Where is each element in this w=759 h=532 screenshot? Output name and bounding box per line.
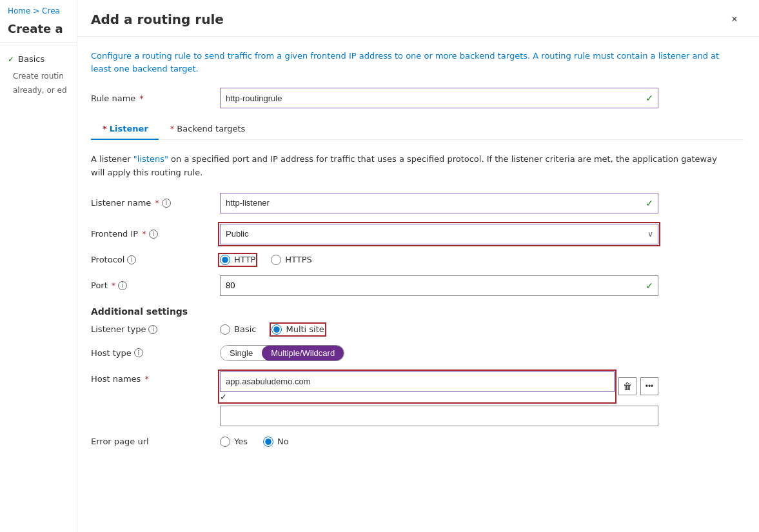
listener-type-radio-group: Basic Multi site <box>220 324 658 335</box>
listener-name-info-icon: i <box>162 199 171 208</box>
error-page-yes-label: Yes <box>234 437 248 446</box>
port-row: Port * i ✓ <box>91 275 744 296</box>
listener-type-label: Listener type i <box>91 324 220 334</box>
host-type-pill-group: Single Multiple/Wildcard <box>220 345 344 361</box>
error-page-yes-option[interactable]: Yes <box>220 437 248 447</box>
check-icon: ✓ <box>8 55 14 64</box>
frontend-ip-label: Frontend IP * i <box>91 229 220 239</box>
hostname-delete-button-1[interactable]: 🗑 <box>618 377 636 395</box>
delete-icon: 🗑 <box>623 381 632 391</box>
listener-type-basic-label: Basic <box>234 324 256 334</box>
listener-name-input-wrap: ✓ <box>220 193 658 213</box>
error-page-yes-radio[interactable] <box>220 437 230 447</box>
error-page-url-label: Error page url <box>91 437 220 446</box>
frontend-ip-control: Public Private ∨ <box>220 224 658 244</box>
protocol-row: Protocol i HTTP HTTPS <box>91 255 744 265</box>
port-input[interactable] <box>220 275 658 296</box>
protocol-http-radio[interactable] <box>220 255 230 265</box>
tab-backend-targets[interactable]: * Backend targets <box>159 119 256 140</box>
protocol-control: HTTP HTTPS <box>220 255 658 265</box>
listener-type-multisite-option[interactable]: Multi site <box>271 324 324 335</box>
hostname-input-1[interactable] <box>220 371 615 392</box>
host-type-info-icon: i <box>134 348 143 357</box>
sidebar-sub-1: Create routin <box>0 69 77 83</box>
host-names-row: Host names * ✓ 🗑 ••• <box>91 371 744 426</box>
modal-title: Add a routing rule <box>91 12 224 27</box>
protocol-http-label: HTTP <box>234 255 255 264</box>
rule-name-label: Rule name * <box>91 94 220 103</box>
host-type-multiple-button[interactable]: Multiple/Wildcard <box>262 346 344 360</box>
port-input-wrap: ✓ <box>220 275 658 296</box>
port-label: Port * i <box>91 281 220 290</box>
rule-name-check: ✓ <box>646 93 653 103</box>
listener-type-basic-option[interactable]: Basic <box>220 324 256 335</box>
listener-type-control: Basic Multi site <box>220 324 658 335</box>
frontend-ip-row: Frontend IP * i Public Private ∨ <box>91 224 744 244</box>
host-type-label: Host type i <box>91 348 220 358</box>
listener-type-multisite-radio[interactable] <box>271 324 282 335</box>
rule-name-row: Rule name * ✓ <box>91 88 744 108</box>
protocol-info-icon: i <box>127 255 136 264</box>
rule-name-control: ✓ <box>220 88 658 108</box>
sidebar: Home > Crea Create a ✓ Basics Create rou… <box>0 0 77 532</box>
port-control: ✓ <box>220 275 658 296</box>
listener-type-info-icon: i <box>148 325 157 334</box>
rule-name-input-wrap: ✓ <box>220 88 658 108</box>
host-type-control: Single Multiple/Wildcard <box>220 345 658 361</box>
modal-body: Configure a routing rule to send traffic… <box>77 37 759 532</box>
hostname-row-2 <box>220 406 658 426</box>
sidebar-title: Create a <box>0 19 77 42</box>
main-area: Add a routing rule × Configure a routing… <box>77 0 759 532</box>
hostname-more-button-1[interactable]: ••• <box>640 377 658 395</box>
port-check: ✓ <box>646 281 653 291</box>
hostname-input-wrap-2 <box>220 406 658 426</box>
protocol-https-option[interactable]: HTTPS <box>271 255 312 265</box>
host-type-row: Host type i Single Multiple/Wildcard <box>91 345 744 361</box>
host-type-single-button[interactable]: Single <box>221 346 262 360</box>
listener-type-basic-radio[interactable] <box>220 324 230 335</box>
listener-description: A listener "listens" on a specified port… <box>91 153 723 180</box>
hostname-row-1: ✓ 🗑 ••• <box>220 371 658 402</box>
frontend-ip-select[interactable]: Public Private <box>220 224 658 244</box>
sidebar-item-label-basics: Basics <box>18 54 44 64</box>
hostname-input-2[interactable] <box>220 406 658 426</box>
host-names-control: ✓ 🗑 ••• <box>220 371 658 426</box>
error-page-url-control: Yes No <box>220 437 658 447</box>
breadcrumb: Home > Crea <box>0 0 77 19</box>
rule-name-input[interactable] <box>220 88 658 108</box>
more-icon: ••• <box>646 382 654 391</box>
error-page-url-row: Error page url Yes No <box>91 437 744 447</box>
listener-type-row: Listener type i Basic Multi site <box>91 324 744 335</box>
listener-link: "listens" <box>133 154 168 164</box>
protocol-https-radio[interactable] <box>271 255 281 265</box>
additional-settings-header: Additional settings <box>91 306 744 317</box>
modal-close-button[interactable]: × <box>725 10 744 28</box>
listener-name-control: ✓ <box>220 193 658 213</box>
sidebar-sub-2: already, or ed <box>0 83 77 97</box>
protocol-label: Protocol i <box>91 255 220 264</box>
listener-type-multisite-label: Multi site <box>286 324 324 334</box>
modal-header: Add a routing rule × <box>77 0 759 37</box>
hostname-input-wrap-1: ✓ <box>220 371 615 402</box>
port-info-icon: i <box>118 281 127 290</box>
error-page-no-option[interactable]: No <box>263 437 289 447</box>
listener-name-input[interactable] <box>220 193 658 213</box>
protocol-http-option[interactable]: HTTP <box>220 255 255 265</box>
listener-name-row: Listener name * i ✓ <box>91 193 744 213</box>
error-page-no-radio[interactable] <box>263 437 273 447</box>
frontend-ip-info-icon: i <box>149 230 158 239</box>
tab-listener[interactable]: * Listener <box>91 119 159 140</box>
listener-name-check: ✓ <box>646 198 653 208</box>
protocol-https-label: HTTPS <box>285 255 312 264</box>
host-names-label: Host names * <box>91 371 220 384</box>
error-page-radio-group: Yes No <box>220 437 658 447</box>
protocol-radio-group: HTTP HTTPS <box>220 255 658 265</box>
routing-rule-modal: Add a routing rule × Configure a routing… <box>77 0 759 532</box>
error-page-no-label: No <box>277 437 289 446</box>
tabs: * Listener * Backend targets <box>91 119 744 140</box>
listener-name-label: Listener name * i <box>91 198 220 208</box>
frontend-ip-dropdown[interactable]: Public Private ∨ <box>220 224 658 244</box>
info-text: Configure a routing rule to send traffic… <box>91 50 723 75</box>
sidebar-item-basics[interactable]: ✓ Basics <box>0 49 77 69</box>
hostname-check-1: ✓ <box>220 392 227 402</box>
